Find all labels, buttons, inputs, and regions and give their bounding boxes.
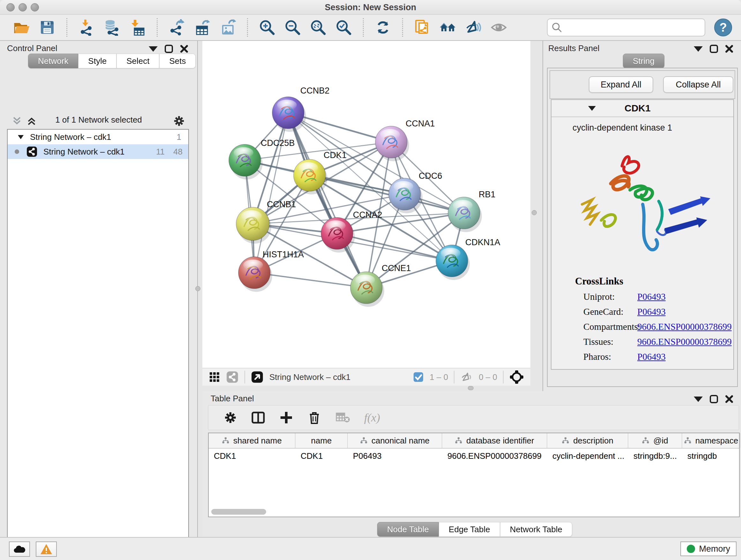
node-RB1[interactable] [448, 197, 482, 232]
column-header-name[interactable]: name [295, 433, 348, 448]
apply-layout-icon[interactable] [375, 19, 391, 36]
selected-checkbox-icon[interactable] [413, 372, 424, 382]
close-panel-icon[interactable] [180, 45, 188, 53]
float-panel-icon[interactable] [165, 45, 173, 53]
node-label-CCNB2: CCNB2 [300, 86, 330, 96]
delete-table-icon[interactable] [335, 411, 350, 424]
close-panel-icon[interactable] [725, 395, 733, 403]
node-CCNA1[interactable] [375, 126, 409, 161]
panel-menu-icon[interactable] [149, 46, 158, 52]
detach-view-icon[interactable] [251, 371, 264, 383]
results-panel: Results Panel String Expand All Collapse… [542, 41, 741, 391]
search-input[interactable] [547, 18, 705, 37]
column-header-shared-name[interactable]: shared name [209, 433, 295, 448]
node-CCNE1[interactable] [350, 272, 384, 307]
tab-sets[interactable]: Sets [159, 54, 196, 68]
show-all-icon[interactable] [490, 19, 507, 36]
tab-style[interactable]: Style [78, 54, 117, 68]
toolbar-separator [66, 18, 67, 37]
delete-column-icon[interactable] [307, 411, 321, 425]
crosslink-link[interactable]: P06493 [637, 307, 666, 317]
function-builder-icon[interactable]: f(x) [364, 411, 380, 424]
left-splitter-handle[interactable] [195, 286, 200, 291]
network-collection-row[interactable]: String Network – cdk1 1 [8, 130, 188, 144]
table-row[interactable]: CDK1CDK1P064939606.ENSP00000378699cyclin… [209, 449, 739, 463]
protein-panel-header[interactable]: CDK1 [551, 100, 733, 117]
column-header-namespace[interactable]: namespace [682, 433, 740, 448]
export-image-icon[interactable] [219, 19, 236, 36]
node-CDKN1A[interactable] [436, 245, 470, 280]
crosslink-link[interactable]: P06493 [637, 352, 666, 362]
import-network-from-database-icon[interactable] [104, 19, 120, 36]
add-column-icon[interactable] [279, 411, 293, 425]
protein-name: CDK1 [624, 103, 651, 114]
node-HIST1H1A[interactable] [239, 257, 272, 292]
tab-string[interactable]: String [623, 54, 664, 68]
float-panel-icon[interactable] [710, 395, 718, 403]
panel-menu-icon[interactable] [694, 396, 703, 402]
column-header-canonical-name[interactable]: canonical name [348, 433, 442, 448]
help-button[interactable]: ? [714, 18, 732, 37]
show-columns-icon[interactable] [251, 411, 265, 425]
zoom-out-icon[interactable] [284, 19, 301, 36]
zoom-selected-icon[interactable] [335, 19, 352, 36]
tab-select[interactable]: Select [117, 54, 159, 68]
node-CCNB2[interactable] [272, 97, 306, 132]
zoom-in-icon[interactable] [259, 19, 275, 36]
network-graph[interactable]: CCNB2CCNA1CDC25BCDK1CDC6RB1CCNB1CCNA2CDK… [202, 41, 530, 368]
collection-label: String Network – cdk1 [30, 132, 111, 142]
right-splitter-handle[interactable] [532, 210, 537, 215]
edge-CCNB2-HIST1H1A[interactable] [254, 113, 288, 273]
column-header-database-identifier[interactable]: database identifier [442, 433, 547, 448]
table-panel-title: Table Panel [211, 394, 254, 403]
network-canvas[interactable]: CCNB2CCNA1CDC25BCDK1CDC6RB1CCNB1CCNA2CDK… [202, 41, 530, 368]
import-table-icon[interactable] [129, 19, 146, 36]
open-session-icon[interactable] [13, 19, 30, 36]
options-gear-icon[interactable] [173, 115, 185, 127]
tab-network[interactable]: Network [28, 54, 78, 68]
crosslink-link[interactable]: 9606.ENSP00000378699 [637, 321, 732, 332]
table-options-gear-icon[interactable] [224, 411, 237, 424]
cell-canonical-name: P06493 [348, 451, 442, 461]
save-session-icon[interactable] [39, 19, 56, 36]
collapse-all-button[interactable]: Collapse All [663, 76, 733, 93]
cloud-button[interactable] [9, 542, 30, 557]
hidden-eye-icon[interactable] [460, 371, 473, 383]
clone-network-icon[interactable] [414, 19, 430, 36]
tab-edge-table[interactable]: Edge Table [439, 522, 500, 537]
export-network-icon[interactable] [169, 19, 185, 36]
network-view-icon[interactable] [226, 371, 239, 383]
table-hscrollbar[interactable] [211, 509, 737, 515]
export-table-icon[interactable] [194, 19, 211, 36]
column-header-description[interactable]: description [547, 433, 628, 448]
tab-network-table[interactable]: Network Table [500, 522, 572, 537]
memory-button[interactable]: Memory [680, 542, 737, 556]
node-CDK1[interactable] [293, 159, 327, 194]
column-header--id[interactable]: @id [628, 433, 682, 448]
float-panel-icon[interactable] [710, 45, 718, 53]
warnings-button[interactable] [36, 542, 57, 557]
expand-all-button[interactable]: Expand All [589, 76, 653, 93]
tab-node-table[interactable]: Node Table [377, 522, 439, 537]
panel-menu-icon[interactable] [694, 46, 703, 52]
hscroll-thumb[interactable] [211, 509, 266, 515]
control-panel-title: Control Panel [7, 44, 57, 53]
bottom-splitter-handle[interactable] [468, 386, 474, 390]
import-network-icon[interactable] [78, 19, 95, 36]
crosslink-link[interactable]: P06493 [637, 292, 666, 302]
hide-selected-icon[interactable] [465, 19, 482, 36]
collapse-section-icon[interactable] [588, 106, 596, 111]
network-row[interactable]: String Network – cdk1 11 48 [8, 144, 188, 159]
zoom-fit-icon[interactable] [310, 19, 327, 36]
first-neighbors-icon[interactable] [440, 19, 456, 36]
node-CDC25B[interactable] [229, 144, 263, 179]
crosslink-link[interactable]: 9606.ENSP00000378699 [637, 336, 732, 347]
table-tabs: Node TableEdge TableNetwork Table [377, 522, 572, 537]
edge-CCNB2-CCNE1[interactable] [288, 113, 366, 288]
birds-eye-icon[interactable] [509, 370, 524, 384]
tree-expander-icon[interactable] [17, 133, 24, 140]
node-CCNA2[interactable] [321, 217, 355, 253]
grid-view-icon[interactable] [209, 371, 220, 383]
close-panel-icon[interactable] [725, 45, 733, 53]
toolbar-separator [157, 18, 158, 37]
